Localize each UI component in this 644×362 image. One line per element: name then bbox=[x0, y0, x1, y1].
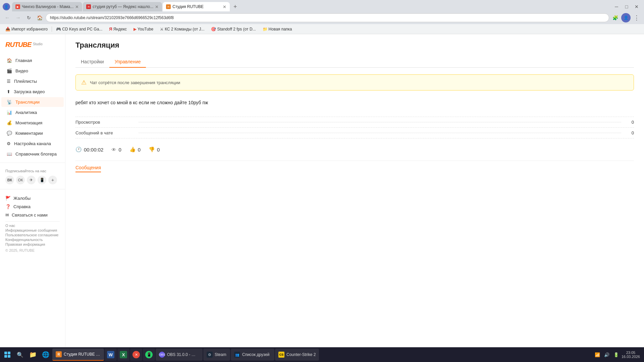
bookmark-youtube[interactable]: ▶ YouTube bbox=[131, 26, 156, 32]
bookmark-youtube-icon: ▶ bbox=[133, 27, 137, 32]
tab-inactive-2[interactable]: Я студия рутуб — Яндекс нашло... ✕ bbox=[83, 2, 162, 11]
tab-active[interactable]: R Студия RUTUBE ✕ bbox=[163, 2, 230, 11]
time-value: 00:00:02 bbox=[84, 147, 103, 153]
window-maximize[interactable]: □ bbox=[622, 3, 631, 10]
warning-banner: ⚠ Чат сотрётся после завершения трансляц… bbox=[75, 74, 634, 90]
tab-favicon-1: ▶ bbox=[15, 4, 20, 9]
tab-favicon-2: Я bbox=[86, 4, 91, 9]
nav-item-upload[interactable]: ⬆ Загрузка видео bbox=[1, 87, 64, 97]
nav-item-streams[interactable]: 📡 Трансляции bbox=[1, 97, 64, 107]
info-link[interactable]: Информационные сообщения bbox=[5, 228, 60, 232]
social-telegram[interactable]: ✈ bbox=[27, 176, 36, 184]
messages-tab[interactable]: Сообщения bbox=[75, 165, 101, 172]
logo-rutube-text: RUTUBE bbox=[5, 41, 31, 49]
taskbar-excel[interactable]: X bbox=[117, 349, 129, 361]
taskbar-file-explorer[interactable]: 📁 bbox=[27, 349, 39, 361]
stats-section: Просмотров 0 Сообщений в чате 0 bbox=[75, 117, 634, 138]
taskbar-search-button[interactable]: 🔍 bbox=[14, 349, 26, 361]
clock-display[interactable]: 23:05 16.03.2026 bbox=[622, 351, 640, 359]
bookmark-cdkeys-label: CD Keys and PC Ga... bbox=[62, 27, 102, 32]
sidebar: RUTUBE Studio 🏠 Главная 🎬 Видео ☰ Плейли… bbox=[0, 34, 65, 362]
bookmark-ks2-icon: ⚔ bbox=[160, 27, 164, 32]
taskbar-steam-friends[interactable]: 👥 Список друзей bbox=[231, 349, 274, 361]
bookmark-standoff[interactable]: 🎯 Standoff 2 fps (от D... bbox=[208, 26, 258, 32]
network-icon[interactable]: 📶 bbox=[593, 351, 601, 359]
bookmark-yandex[interactable]: Я Яндекс bbox=[106, 26, 129, 32]
social-vk[interactable]: ВК bbox=[5, 176, 14, 184]
bookmark-folder-icon: 📁 bbox=[263, 27, 268, 32]
tab-close-2[interactable]: ✕ bbox=[155, 4, 159, 9]
taskbar-whatsapp[interactable]: 📱 bbox=[143, 349, 155, 361]
excel-icon: X bbox=[120, 351, 127, 358]
profile-button[interactable]: 👤 bbox=[621, 13, 631, 22]
bookmark-import[interactable]: 📥 Импорт избранного bbox=[3, 26, 50, 32]
bookmark-cdkeys[interactable]: 🎮 CD Keys and PC Ga... bbox=[53, 26, 105, 32]
taskbar-cs2[interactable]: CS Counter-Strike 2 bbox=[275, 349, 319, 361]
tab-inactive-1[interactable]: ▶ Чингиз Валинуров - Мама... ✕ bbox=[12, 2, 82, 11]
privacy-link[interactable]: Конфиденциальность bbox=[5, 238, 60, 242]
start-button[interactable] bbox=[1, 349, 13, 361]
whatsapp-icon: 📱 bbox=[145, 351, 153, 358]
nav-item-analytics[interactable]: 📊 Аналитика bbox=[1, 108, 64, 117]
battery-icon[interactable]: 🔋 bbox=[612, 351, 620, 359]
social-ok[interactable]: ОК bbox=[16, 176, 25, 184]
tab-close-1[interactable]: ✕ bbox=[75, 4, 79, 9]
logo-studio-text: Studio bbox=[33, 42, 42, 46]
nav-item-contact[interactable]: ✉Связаться с нами bbox=[5, 211, 60, 219]
reload-button[interactable]: ↻ bbox=[24, 13, 34, 22]
taskbar-obs[interactable]: OBS OBS 31.0.0 - Про... bbox=[156, 349, 203, 361]
tab-title-3: Студия RUTUBE bbox=[172, 4, 221, 9]
window-close[interactable]: ✕ bbox=[632, 3, 641, 10]
red-app-icon: ✕ bbox=[132, 351, 140, 358]
warning-icon: ⚠ bbox=[81, 79, 87, 86]
url-bar[interactable]: https://studio.rutube.ru/stream/32102093… bbox=[46, 13, 609, 22]
nav-item-help[interactable]: ❓Справка bbox=[5, 202, 60, 211]
social-other[interactable]: 📱 bbox=[38, 176, 46, 184]
home-button[interactable]: 🏠 bbox=[35, 13, 44, 22]
browser-menu[interactable]: ⋮ bbox=[632, 13, 641, 22]
clock-icon: 🕐 bbox=[75, 146, 82, 153]
taskbar: 🔍 📁 🌐 R Студия RUTUBE и... W X ✕ 📱 OBS O… bbox=[0, 347, 644, 362]
nav-item-channel-settings[interactable]: ⚙ Настройка канала bbox=[1, 139, 64, 148]
extensions-icon[interactable]: 🧩 bbox=[610, 13, 620, 22]
bookmark-ks2[interactable]: ⚔ КС 2 Команды (от J... bbox=[157, 26, 207, 32]
tab-close-3[interactable]: ✕ bbox=[223, 4, 226, 9]
terms-link[interactable]: Пользовательское соглашение bbox=[5, 233, 60, 237]
taskbar-steam[interactable]: ⚙ Steam bbox=[203, 349, 230, 361]
profile-icon[interactable]: 👤 bbox=[3, 3, 10, 10]
system-tray: 📶 🔊 🔋 23:05 16.03.2026 bbox=[593, 351, 643, 359]
social-add[interactable]: + bbox=[48, 176, 57, 184]
nav-item-monetization[interactable]: 💰 Монетизация bbox=[1, 118, 64, 128]
bookmark-folder[interactable]: 📁 Новая папка bbox=[260, 26, 295, 32]
nav-item-complaints[interactable]: 🚩Жалобы bbox=[5, 194, 60, 202]
bookmark-label: Импорт избранного bbox=[11, 27, 48, 32]
cs2-icon: CS bbox=[278, 352, 284, 358]
contact-icon: ✉ bbox=[5, 213, 9, 218]
stat-dots-views bbox=[139, 122, 621, 122]
tab-settings[interactable]: Настройки bbox=[75, 56, 109, 68]
nav-item-blogger-help[interactable]: 📖 Справочник блогера bbox=[1, 149, 64, 159]
back-button[interactable]: ← bbox=[3, 13, 12, 22]
taskbar-word[interactable]: W bbox=[105, 349, 117, 361]
new-tab-button[interactable]: + bbox=[230, 2, 240, 11]
taskbar-rutube[interactable]: R Студия RUTUBE и... bbox=[52, 349, 104, 361]
viewers-icon: 👁 bbox=[111, 147, 116, 153]
forward-button[interactable]: → bbox=[13, 13, 23, 22]
nav-item-home[interactable]: 🏠 Главная bbox=[1, 56, 64, 65]
volume-icon[interactable]: 🔊 bbox=[603, 351, 611, 359]
stat-label-messages: Сообщений в чате bbox=[75, 130, 136, 135]
stat-dots-messages bbox=[139, 133, 621, 133]
tab-management[interactable]: Управление bbox=[109, 56, 146, 68]
about-link[interactable]: О нас bbox=[5, 224, 60, 228]
address-bar-row: ← → ↻ 🏠 https://studio.rutube.ru/stream/… bbox=[0, 11, 644, 24]
taskbar-edge[interactable]: 🌐 bbox=[40, 349, 52, 361]
taskbar-red-app[interactable]: ✕ bbox=[130, 349, 142, 361]
nav-item-playlists[interactable]: ☰ Плейлисты bbox=[1, 76, 64, 86]
obs-icon: OBS bbox=[159, 352, 165, 358]
nav-item-video[interactable]: 🎬 Видео bbox=[1, 66, 64, 76]
analytics-icon: 📊 bbox=[7, 110, 12, 115]
nav-label-comments: Комментарии bbox=[15, 131, 43, 136]
nav-item-comments[interactable]: 💬 Комментарии bbox=[1, 128, 64, 138]
legal-link[interactable]: Правовая информация bbox=[5, 242, 60, 246]
window-minimize[interactable]: ─ bbox=[612, 3, 621, 10]
